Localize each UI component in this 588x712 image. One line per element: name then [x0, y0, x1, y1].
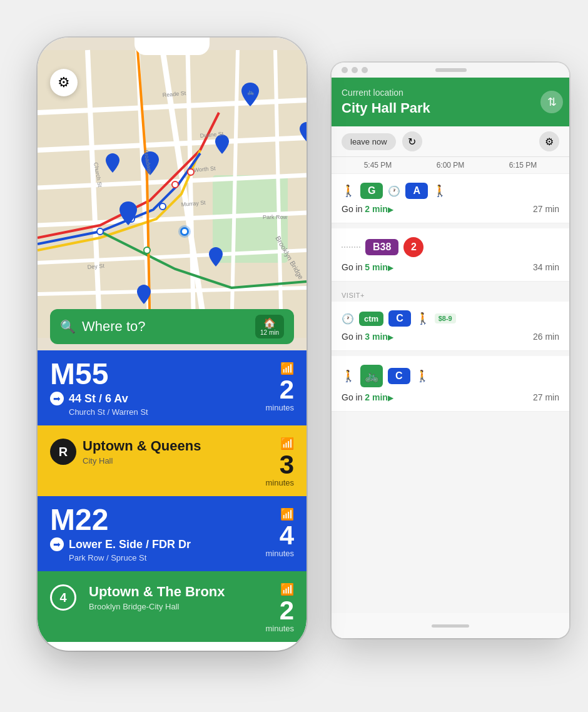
- route-pill-C2: C: [388, 368, 410, 384]
- leave-now-button[interactable]: leave now: [342, 133, 396, 150]
- go-in-text-1: Go in 2 min▶: [342, 204, 393, 214]
- total-min-1: 27 min: [533, 204, 559, 214]
- wifi-icon-4: 📶: [280, 582, 294, 596]
- route-name-m22: M22: [50, 505, 265, 535]
- go-in-text-4: Go in 2 min▶: [342, 392, 393, 402]
- svg-point-19: [144, 247, 150, 253]
- time-1: 5:45 PM: [364, 161, 392, 170]
- android-home-indicator: [432, 624, 469, 628]
- time-3: 6:15 PM: [509, 161, 537, 170]
- scene: ⚙: [0, 0, 588, 712]
- svg-point-16: [160, 203, 166, 210]
- settings-button-right[interactable]: ⚙: [539, 131, 559, 151]
- route-pill-C: C: [388, 310, 411, 327]
- bike-icon-box: 🚲: [360, 365, 383, 387]
- minutes-m22: 4: [280, 522, 294, 549]
- direction-text-m22: Lower E. Side / FDR Dr: [69, 538, 191, 551]
- route-pill-G: G: [360, 183, 383, 199]
- map-svg: 🚲: [38, 38, 307, 350]
- stop-m55: Church St / Warren St: [50, 407, 265, 417]
- minutes-label-4: minutes: [265, 624, 294, 633]
- direction-text-m55: 44 St / 6 Av: [69, 392, 128, 405]
- card-r[interactable]: R Uptown & Queens City Hall 📶 3 minutes: [38, 425, 307, 496]
- stop-4: Brooklyn Bridge-City Hall: [89, 602, 225, 611]
- route-options: 🚶 G 🕐 A 🚶 Go in 2 min▶ 27 min: [332, 174, 569, 613]
- android-dots: [342, 67, 368, 73]
- svg-text:🚲: 🚲: [247, 88, 255, 96]
- dot-3: [362, 67, 368, 73]
- arrow-icon-m55: ➡: [50, 392, 64, 405]
- minutes-label-r: minutes: [265, 478, 294, 487]
- svg-point-22: [182, 229, 187, 234]
- wifi-icon-m55: 📶: [280, 362, 294, 375]
- search-bar[interactable]: 🔍 Where to? 🏠 12 min: [50, 309, 294, 344]
- walk-icon-1a: 🚶: [342, 184, 355, 198]
- go-in-text-2: Go in 5 min▶: [342, 262, 393, 272]
- route-pill-ctm: ctm: [359, 312, 383, 326]
- map-area: ⚙: [38, 38, 307, 350]
- transit-cards: M55 ➡ 44 St / 6 Av Church St / Warren St…: [38, 350, 307, 651]
- svg-point-17: [172, 181, 178, 188]
- route-pill-B38: B38: [365, 239, 398, 255]
- price-badge: $8-9: [435, 313, 456, 323]
- android-header: Current location City Hall Park ⇅: [332, 78, 569, 126]
- route-2-header: B38 2: [342, 237, 559, 257]
- route-option-4[interactable]: 🚶 🚲 C 🚶 Go in 2 min▶ 27 min: [332, 356, 569, 412]
- control-bar: leave now ↻ ⚙: [332, 126, 569, 157]
- route-option-2[interactable]: B38 2 Go in 5 min▶ 34 min: [332, 228, 569, 282]
- minutes-r: 3: [280, 452, 294, 478]
- phone-right: Current location City Hall Park ⇅ leave …: [332, 63, 569, 638]
- current-location-label: Current location: [342, 88, 534, 98]
- route-2-footer: Go in 5 min▶ 34 min: [342, 262, 559, 272]
- route-pill-A: A: [405, 183, 428, 199]
- svg-point-18: [188, 169, 194, 175]
- total-min-3: 26 min: [533, 332, 559, 342]
- route-3-footer: Go in 3 min▶ 26 min: [342, 332, 559, 342]
- arrow-icon-m22: ➡: [50, 537, 64, 551]
- route-pill-2: 2: [403, 237, 423, 257]
- wifi-icon-r: 📶: [280, 437, 294, 450]
- dot-1: [342, 67, 348, 73]
- direction-m55: ➡ 44 St / 6 Av: [50, 392, 265, 405]
- phone-notch: [134, 38, 210, 55]
- go-in-text-3: Go in 3 min▶: [342, 332, 393, 342]
- refresh-icon: ↻: [408, 136, 416, 148]
- minutes-m55: 2: [280, 377, 294, 403]
- total-min-4: 27 min: [533, 392, 559, 402]
- stop-m22: Park Row / Spruce St: [50, 553, 265, 562]
- card-m55[interactable]: M55 ➡ 44 St / 6 Av Church St / Warren St…: [38, 350, 307, 425]
- route-4-header: 🚶 🚲 C 🚶: [342, 365, 559, 387]
- walk-icon-3: 🚶: [416, 312, 430, 325]
- clock-icon-1: 🕐: [388, 185, 400, 197]
- location-row: Current location City Hall Park: [342, 88, 559, 116]
- walk-icon-1b: 🚶: [433, 184, 447, 198]
- leave-now-label: leave now: [350, 137, 387, 146]
- section-visit: VISIT+: [332, 287, 569, 302]
- android-status-bar: [332, 63, 569, 78]
- swap-icon: ⇅: [547, 95, 557, 109]
- settings-button[interactable]: ⚙: [50, 69, 78, 96]
- search-placeholder: Where to?: [82, 318, 255, 335]
- android-bottom-bar: [332, 613, 569, 638]
- minutes-4: 2: [280, 598, 294, 624]
- android-speaker: [435, 68, 467, 72]
- direction-text-4: Uptown & The Bronx: [89, 584, 225, 600]
- route-1-footer: Go in 2 min▶ 27 min: [342, 204, 559, 214]
- card-m22[interactable]: M22 ➡ Lower E. Side / FDR Dr Park Row / …: [38, 496, 307, 571]
- home-minutes: 12 min: [260, 329, 279, 336]
- direction-m22: ➡ Lower E. Side / FDR Dr: [50, 537, 265, 551]
- route-badge-r: R: [50, 439, 76, 465]
- minutes-label-m22: minutes: [265, 549, 294, 558]
- route-option-1[interactable]: 🚶 G 🕐 A 🚶 Go in 2 min▶ 27 min: [332, 174, 569, 223]
- svg-point-14: [97, 228, 103, 235]
- route-3-header: 🕐 ctm C 🚶 $8-9: [342, 310, 559, 327]
- route-4-footer: Go in 2 min▶ 27 min: [342, 392, 559, 402]
- swap-button[interactable]: ⇅: [540, 91, 563, 113]
- search-icon: 🔍: [60, 319, 76, 334]
- card-4[interactable]: 4 Uptown & The Bronx Brooklyn Bridge-Cit…: [38, 571, 307, 642]
- clock-icon-3: 🕐: [342, 313, 354, 325]
- route-option-3[interactable]: 🕐 ctm C 🚶 $8-9 Go in 3 min▶ 26 min: [332, 302, 569, 351]
- route-1-header: 🚶 G 🕐 A 🚶: [342, 183, 559, 199]
- destination-value: City Hall Park: [342, 100, 534, 116]
- refresh-button[interactable]: ↻: [402, 131, 422, 151]
